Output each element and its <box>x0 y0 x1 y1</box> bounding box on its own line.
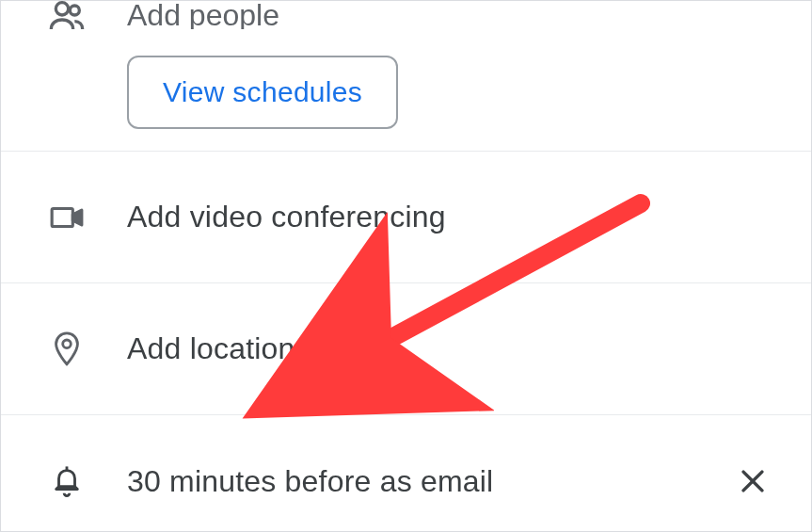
bell-icon <box>48 463 86 499</box>
notification-label: 30 minutes before as email <box>127 464 713 499</box>
location-row[interactable]: Add location <box>1 283 811 415</box>
add-people-row[interactable]: Add people <box>48 1 773 29</box>
view-schedules-button[interactable]: View schedules <box>127 56 398 129</box>
location-label: Add location <box>127 331 773 366</box>
svg-point-3 <box>63 340 72 348</box>
people-icon <box>48 1 86 29</box>
svg-point-1 <box>70 6 79 15</box>
close-icon <box>737 465 769 497</box>
location-pin-icon <box>48 330 86 368</box>
svg-rect-2 <box>52 208 72 226</box>
video-camera-icon <box>48 200 86 235</box>
add-people-label: Add people <box>127 1 279 29</box>
svg-point-0 <box>56 3 68 15</box>
people-section: Add people View schedules <box>1 1 811 152</box>
remove-notification-button[interactable] <box>732 460 773 502</box>
view-schedules-label: View schedules <box>163 76 362 107</box>
video-conferencing-row[interactable]: Add video conferencing <box>1 152 811 283</box>
video-conferencing-label: Add video conferencing <box>127 200 773 234</box>
notification-row[interactable]: 30 minutes before as email <box>1 415 811 532</box>
